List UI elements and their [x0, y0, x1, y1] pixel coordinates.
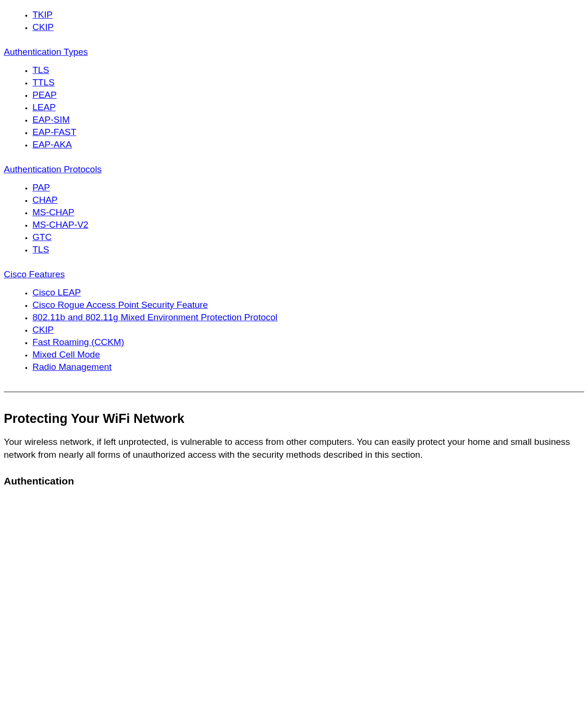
list-item: EAP-SIM — [32, 115, 584, 125]
heading-authentication: Authentication — [4, 475, 584, 487]
link-radio-management[interactable]: Radio Management — [32, 362, 112, 372]
intro-paragraph: Your wireless network, if left unprotect… — [4, 436, 584, 461]
link-tkip[interactable]: TKIP — [32, 10, 52, 20]
list-item: MS-CHAP — [32, 207, 584, 218]
link-fast-roaming[interactable]: Fast Roaming (CCKM) — [32, 337, 124, 347]
list-item: CKIP — [32, 325, 584, 335]
list-item: MS-CHAP-V2 — [32, 220, 584, 230]
list-item: CHAP — [32, 195, 584, 205]
link-eap-aka[interactable]: EAP-AKA — [32, 139, 72, 149]
link-ms-chap[interactable]: MS-CHAP — [32, 207, 74, 217]
link-eap-sim[interactable]: EAP-SIM — [32, 115, 70, 125]
section-link-cisco-features[interactable]: Cisco Features — [4, 269, 584, 280]
list-item: EAP-AKA — [32, 139, 584, 150]
link-ckip-2[interactable]: CKIP — [32, 325, 53, 335]
list-item: Fast Roaming (CCKM) — [32, 337, 584, 347]
link-gtc[interactable]: GTC — [32, 232, 52, 242]
section-link-authentication-protocols[interactable]: Authentication Protocols — [4, 164, 584, 175]
list-item: Cisco Rogue Access Point Security Featur… — [32, 300, 584, 310]
list-item: TKIP — [32, 10, 584, 20]
list-item: PAP — [32, 182, 584, 193]
list-item: 802.11b and 802.11g Mixed Environment Pr… — [32, 312, 584, 323]
list-item: TTLS — [32, 77, 584, 88]
section-link-authentication-types[interactable]: Authentication Types — [4, 47, 584, 57]
link-mixed-cell-mode[interactable]: Mixed Cell Mode — [32, 349, 100, 359]
link-pap[interactable]: PAP — [32, 182, 50, 192]
link-cisco-rogue-ap[interactable]: Cisco Rogue Access Point Security Featur… — [32, 300, 208, 310]
heading-protecting-wifi: Protecting Your WiFi Network — [4, 411, 584, 426]
link-tls[interactable]: TLS — [32, 65, 49, 75]
cisco-features-list: Cisco LEAP Cisco Rogue Access Point Secu… — [4, 287, 584, 372]
link-ms-chap-v2[interactable]: MS-CHAP-V2 — [32, 220, 88, 230]
link-cisco-leap[interactable]: Cisco LEAP — [32, 287, 81, 297]
list-item: Cisco LEAP — [32, 287, 584, 298]
link-peap[interactable]: PEAP — [32, 90, 57, 100]
link-eap-fast[interactable]: EAP-FAST — [32, 127, 76, 137]
list-item: LEAP — [32, 102, 584, 113]
link-ttls[interactable]: TTLS — [32, 77, 54, 87]
list-item: Radio Management — [32, 362, 584, 372]
link-mixed-env-protection[interactable]: 802.11b and 802.11g Mixed Environment Pr… — [32, 312, 277, 322]
auth-protocols-list: PAP CHAP MS-CHAP MS-CHAP-V2 GTC TLS — [4, 182, 584, 255]
auth-types-list: TLS TTLS PEAP LEAP EAP-SIM EAP-FAST EAP-… — [4, 65, 584, 150]
link-tls-2[interactable]: TLS — [32, 244, 49, 254]
list-item: EAP-FAST — [32, 127, 584, 137]
list-item: PEAP — [32, 90, 584, 100]
top-list: TKIP CKIP — [4, 10, 584, 32]
list-item: TLS — [32, 244, 584, 255]
list-item: Mixed Cell Mode — [32, 349, 584, 360]
link-ckip[interactable]: CKIP — [32, 22, 53, 32]
link-leap[interactable]: LEAP — [32, 102, 56, 112]
divider — [4, 391, 584, 392]
link-chap[interactable]: CHAP — [32, 195, 58, 205]
list-item: TLS — [32, 65, 584, 75]
list-item: CKIP — [32, 22, 584, 32]
list-item: GTC — [32, 232, 584, 242]
